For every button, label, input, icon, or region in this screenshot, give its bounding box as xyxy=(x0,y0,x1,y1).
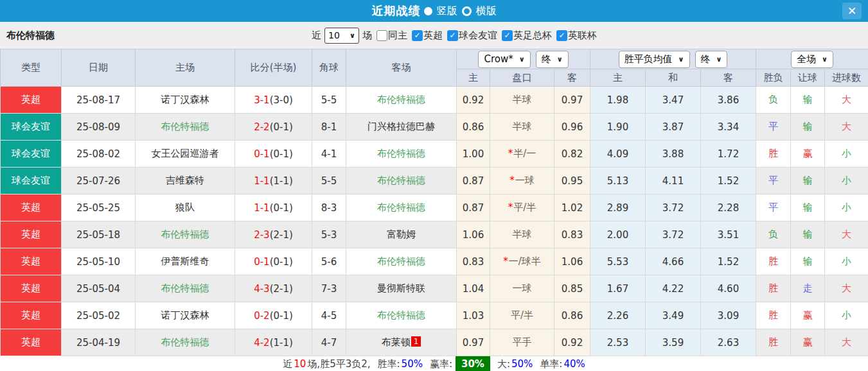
league-label-friendly[interactable]: 球会友谊 xyxy=(459,30,497,42)
col-header-type: 类型 xyxy=(1,49,62,87)
away-rank-badge: 1 xyxy=(411,336,421,347)
away-team[interactable]: 布伦特福德 xyxy=(346,248,457,275)
away-team[interactable]: 布伦特福德 xyxy=(346,194,457,221)
avg-draw-odds: 3.59 xyxy=(646,329,701,356)
chevron-down-icon: ∨ xyxy=(557,55,563,64)
match-count-select[interactable]: 10 ∨ xyxy=(324,28,359,44)
home-team[interactable]: 布伦特福德 xyxy=(136,329,235,356)
home-team[interactable]: 布伦特福德 xyxy=(136,275,235,302)
avg-time-select[interactable]: 终 ∨ xyxy=(695,51,728,68)
scope-controls-cell: 全场 ∨ xyxy=(756,49,868,69)
league-label-facup[interactable]: 英足总杯 xyxy=(513,30,552,42)
handicap-line: 半球 xyxy=(490,87,554,114)
avg-time-value: 终 xyxy=(701,53,711,65)
avg-home-odds: 2.89 xyxy=(590,194,646,221)
match-date: 25-05-18 xyxy=(62,221,136,248)
handicap-result: 赢 xyxy=(791,329,825,356)
goals-result: 大 xyxy=(825,221,868,248)
avg-draw-odds: 4.66 xyxy=(646,248,701,275)
horizontal-layout-radio[interactable] xyxy=(462,6,472,16)
league-checkbox-eflcup[interactable]: ✓ xyxy=(556,30,567,41)
match-type-badge: 英超 xyxy=(1,275,62,302)
league-label-eflcup[interactable]: 英联杯 xyxy=(568,30,597,42)
home-team[interactable]: 诺丁汉森林 xyxy=(136,302,235,329)
league-checkbox-friendly[interactable]: ✓ xyxy=(447,30,458,41)
check-icon: ✓ xyxy=(414,31,420,40)
avg-away-odds: 2.28 xyxy=(701,194,756,221)
handicap-home-odds: 0.87 xyxy=(457,168,490,194)
corner-score: 8-1 xyxy=(312,114,346,141)
avg-draw-odds: 3.88 xyxy=(646,141,701,168)
home-team[interactable]: 狼队 xyxy=(136,194,235,221)
summary-winrate-label: 胜率: xyxy=(378,358,400,370)
handicap-time-select[interactable]: 终 ∨ xyxy=(536,51,569,68)
match-result: 胜 xyxy=(756,329,791,356)
away-team[interactable]: 门兴格拉德巴赫 xyxy=(346,114,457,141)
handicap-away-odds: 1.06 xyxy=(554,248,590,275)
team-name: 布伦特福德 xyxy=(0,30,312,42)
avg-home-odds: 2.00 xyxy=(590,221,646,248)
home-team[interactable]: 诺丁汉森林 xyxy=(136,87,235,114)
home-team[interactable]: 女王公园巡游者 xyxy=(136,141,235,168)
close-icon: ✕ xyxy=(847,4,856,17)
games-label: 场 xyxy=(362,30,372,42)
away-team[interactable]: 布伦特福德 xyxy=(346,168,457,194)
avg-home-odds: 5.13 xyxy=(590,168,646,194)
handicap-home-odds: 0.86 xyxy=(457,114,490,141)
handicap-away-odds: 1.02 xyxy=(554,194,590,221)
match-result: 平 xyxy=(756,194,791,221)
avg-draw-odds: 3.72 xyxy=(646,194,701,221)
away-team[interactable]: 布伦特福德 xyxy=(346,87,457,114)
match-type-badge: 球会友谊 xyxy=(1,114,62,141)
corner-score: 5-5 xyxy=(312,168,346,194)
table-row: 球会友谊25-07-26吉维森特1-1(1-1)5-5布伦特福德0.87*一球0… xyxy=(1,168,868,194)
live-star-icon: * xyxy=(508,202,513,213)
live-star-icon: * xyxy=(509,175,515,186)
col-header-corner: 角球 xyxy=(312,49,346,87)
check-icon: ✓ xyxy=(449,31,456,40)
league-checkbox-facup[interactable]: ✓ xyxy=(502,30,513,41)
handicap-result: 走 xyxy=(791,275,825,302)
handicap-result: 输 xyxy=(791,248,825,275)
handicap-line: 半球 xyxy=(490,221,554,248)
home-team[interactable]: 布伦特福德 xyxy=(136,221,235,248)
table-row: 英超25-05-02诺丁汉森林0-2(0-1)4-5布伦特福德1.03平/半0.… xyxy=(1,302,868,329)
vertical-layout-label[interactable]: 竖版 xyxy=(437,4,457,18)
home-team[interactable]: 伊普斯维奇 xyxy=(136,248,235,275)
away-team[interactable]: 布伦特福德 xyxy=(346,141,457,168)
league-checkbox-premier[interactable]: ✓ xyxy=(412,30,423,41)
avg-odds-select[interactable]: 胜平负均值 ∨ xyxy=(619,51,690,68)
match-date: 25-08-17 xyxy=(62,87,136,114)
match-result: 胜 xyxy=(756,248,791,275)
handicap-away-odds: 0.97 xyxy=(554,87,590,114)
same-home-checkbox[interactable] xyxy=(376,30,387,41)
avg-away-odds: 3.34 xyxy=(701,114,756,141)
league-label-premier[interactable]: 英超 xyxy=(423,30,443,42)
away-team[interactable]: 富勒姆 xyxy=(346,221,457,248)
scope-select[interactable]: 全场 ∨ xyxy=(791,51,833,68)
close-button[interactable]: ✕ xyxy=(842,3,862,19)
same-home-label[interactable]: 同主 xyxy=(388,30,407,42)
table-row: 英超25-05-25狼队1-1(0-1)8-3布伦特福德0.87*平/半1.02… xyxy=(1,194,868,221)
horizontal-layout-label[interactable]: 横版 xyxy=(476,4,497,18)
away-team[interactable]: 曼彻斯特联 xyxy=(346,275,457,302)
away-team[interactable]: 布伦特福德 xyxy=(346,302,457,329)
handicap-line: 半球 xyxy=(490,114,554,141)
match-type-badge: 英超 xyxy=(1,302,62,329)
handicap-home-odds: 0.97 xyxy=(457,329,490,356)
avg-home-odds: 4.09 xyxy=(590,141,646,168)
avg-draw-odds: 3.47 xyxy=(646,87,701,114)
bookmaker-select[interactable]: Crow* ∨ xyxy=(478,51,530,68)
vertical-layout-radio[interactable] xyxy=(424,7,432,15)
handicap-line: *半/一 xyxy=(490,141,554,168)
goals-result: 大 xyxy=(825,275,868,302)
handicap-away-odds: 0.83 xyxy=(554,221,590,248)
away-team[interactable]: 布莱顿1 xyxy=(346,329,457,356)
corner-score: 7-3 xyxy=(312,275,346,302)
summary-record: 场,胜5平3负2, xyxy=(307,358,370,370)
home-team[interactable]: 布伦特福德 xyxy=(136,114,235,141)
match-type-badge: 球会友谊 xyxy=(1,168,62,194)
handicap-home-odds: 1.06 xyxy=(457,221,490,248)
home-team[interactable]: 吉维森特 xyxy=(136,168,235,194)
col-header-odds-home: 主 xyxy=(457,69,490,87)
